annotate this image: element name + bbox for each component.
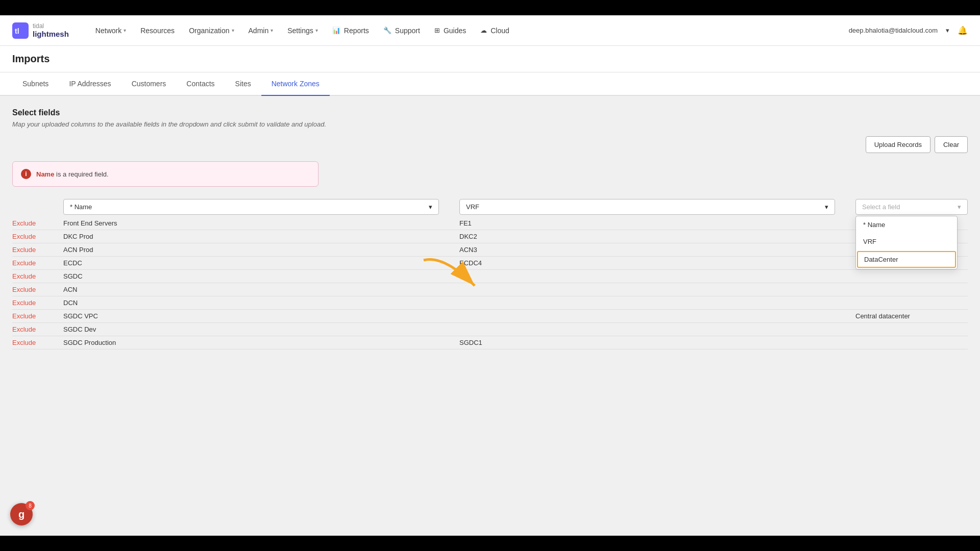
chevron-down-icon: ▾ [271,28,273,33]
exclude-button[interactable]: Exclude [12,299,63,307]
chat-icon: g [18,509,24,520]
name-field-select[interactable]: * Name ▾ [63,199,439,215]
user-email[interactable]: deep.bhalotia@tidalcloud.com [849,27,938,34]
grid-icon: ⊞ [434,27,440,34]
cell-vrf: FE1 [459,219,835,227]
chevron-down-icon: ▾ [232,28,234,33]
table-row: Exclude DCN [12,296,968,310]
table-row: Exclude SGDC VPC Central datacenter [12,310,968,323]
alert-icon: i [21,169,31,179]
cell-vrf: DKC2 [459,233,835,240]
cell-name: SGDC Production [63,339,439,346]
svg-text:tl: tl [15,27,19,35]
table-row: Exclude ACN Prod ACN3 [12,243,968,257]
cloud-icon: ☁ [480,27,487,34]
navbar: tl tidal lightmesh Network ▾ Resources O… [0,15,980,46]
chevron-down-icon: ▾ [315,28,318,33]
chevron-down-icon: ▾ [429,203,432,211]
tab-subnets[interactable]: Subnets [12,72,59,96]
tab-network-zones[interactable]: Network Zones [261,72,330,96]
exclude-button[interactable]: Exclude [12,219,63,227]
select-field-trigger[interactable]: Select a field ▾ [855,199,968,215]
table-row: Exclude SGDC [12,270,968,283]
nav-support[interactable]: 🔧 Support [377,23,426,38]
chevron-down-icon: ▾ [124,28,126,33]
nav-network[interactable]: Network ▾ [89,23,132,38]
nav-right: deep.bhalotia@tidalcloud.com ▾ 🔔 [849,26,968,35]
upload-records-button[interactable]: Upload Records [866,136,930,153]
field-dropdown-menu: * Name VRF DataCenter [855,216,958,269]
dropdown-option-vrf[interactable]: VRF [856,233,957,250]
section-title: Select fields [12,108,968,117]
tabs-bar: Subnets IP Addresses Customers Contacts … [0,72,980,96]
tab-contacts[interactable]: Contacts [176,72,225,96]
cell-name: SGDC [63,272,439,280]
cell-name: ACN [63,286,439,293]
page-header: Imports [0,46,980,72]
validation-alert: i Name is a required field. [12,161,318,187]
logo[interactable]: tl tidal lightmesh [12,22,69,39]
user-chevron-icon: ▾ [946,27,949,34]
third-column-select-wrapper: Select a field ▾ * Name VRF DataCenter [855,199,968,215]
exclude-button[interactable]: Exclude [12,312,63,320]
exclude-button[interactable]: Exclude [12,286,63,293]
wrench-icon: 🔧 [383,27,391,34]
nav-cloud[interactable]: ☁ Cloud [474,23,516,38]
main-content: Select fields Map your uploaded columns … [0,96,980,504]
mapping-table: * Name ▾ VRF ▾ Select a field ▾ [12,199,968,349]
cell-name: DCN [63,299,439,307]
table-row: Exclude Front End Servers FE1 [12,217,968,230]
nav-organization[interactable]: Organization ▾ [183,23,240,38]
chart-icon: 📊 [332,27,340,34]
chat-widget[interactable]: g 8 [10,503,33,525]
action-bar: Upload Records Clear [12,136,968,153]
nav-links: Network ▾ Resources Organization ▾ Admin… [89,23,849,38]
exclude-button[interactable]: Exclude [12,233,63,240]
tab-customers[interactable]: Customers [121,72,177,96]
alert-message: Name is a required field. [36,170,109,178]
notification-bell-icon[interactable]: 🔔 [958,26,968,35]
nav-admin[interactable]: Admin ▾ [242,23,280,38]
nav-reports[interactable]: 📊 Reports [326,23,375,38]
cell-name: Front End Servers [63,219,439,227]
exclude-button[interactable]: Exclude [12,272,63,280]
table-row: Exclude ACN [12,283,968,296]
dropdown-option-name[interactable]: * Name [856,216,957,233]
cell-name: ECDC [63,259,439,267]
exclude-button[interactable]: Exclude [12,246,63,254]
table-row: Exclude ECDC ECDC4 [12,257,968,270]
exclude-button[interactable]: Exclude [12,325,63,333]
nav-resources[interactable]: Resources [134,23,181,38]
logo-lightmesh: lightmesh [33,30,69,38]
cell-vrf: SGDC1 [459,339,835,346]
cell-name: SGDC Dev [63,325,439,333]
cell-vrf: ACN3 [459,246,835,254]
chevron-down-icon: ▾ [958,203,961,211]
cell-datacenter: Central datacenter [855,312,968,320]
exclude-button[interactable]: Exclude [12,339,63,346]
cell-name: DKC Prod [63,233,439,240]
notification-badge: 8 [26,501,35,510]
table-row: Exclude SGDC Dev [12,323,968,336]
clear-button[interactable]: Clear [935,136,968,153]
tab-ip-addresses[interactable]: IP Addresses [59,72,121,96]
chevron-down-icon: ▾ [825,203,828,211]
vrf-field-select[interactable]: VRF ▾ [459,199,835,215]
table-row: Exclude DKC Prod DKC2 [12,230,968,243]
tab-sites[interactable]: Sites [225,72,261,96]
table-row: Exclude SGDC Production SGDC1 [12,336,968,349]
nav-guides[interactable]: ⊞ Guides [428,23,472,38]
section-description: Map your uploaded columns to the availab… [12,120,968,128]
exclude-button[interactable]: Exclude [12,259,63,267]
nav-settings[interactable]: Settings ▾ [281,23,324,38]
page-title: Imports [12,53,968,65]
logo-tidal: tidal [33,22,69,30]
cell-name: ACN Prod [63,246,439,254]
cell-vrf: ECDC4 [459,259,835,267]
top-black-bar [0,0,980,15]
dropdown-option-datacenter[interactable]: DataCenter [857,251,956,268]
logo-icon: tl [12,22,29,39]
cell-name: SGDC VPC [63,312,439,320]
table-rows-container: Exclude Front End Servers FE1 Exclude DK… [12,217,968,349]
